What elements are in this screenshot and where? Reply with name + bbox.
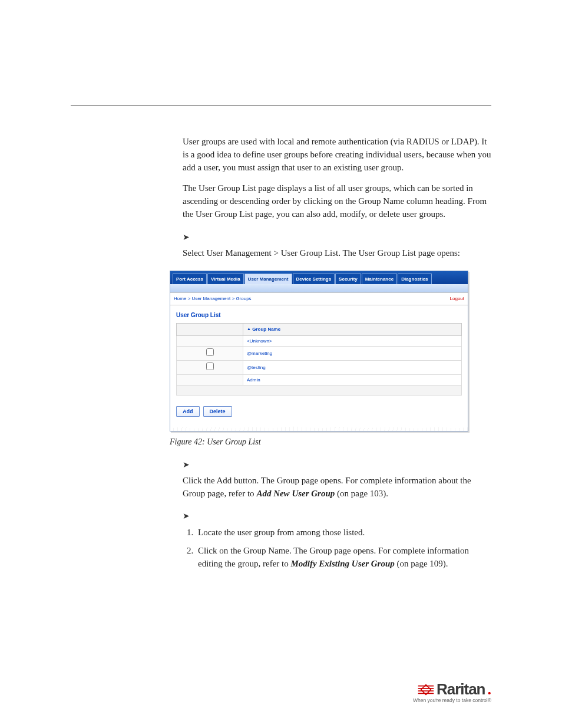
table-row: Admin <box>177 374 462 386</box>
arrow-icon: ➤ <box>183 460 190 469</box>
ss-tab-port-access[interactable]: Port Access <box>173 274 207 285</box>
raritan-logo-icon <box>418 683 434 696</box>
header-rule <box>71 105 491 106</box>
mod2-link-ref: Modify Existing User Group <box>290 559 394 568</box>
ss-cell-checkbox[interactable] <box>177 347 243 361</box>
list-item: Click on the Group Name. The Group page … <box>196 545 491 571</box>
ss-cell-name[interactable]: @testing <box>243 361 462 375</box>
paragraph-select: Select User Management > User Group List… <box>183 247 491 260</box>
paragraph-add: Click the Add button. The Group page ope… <box>183 475 491 500</box>
ss-logout-link[interactable]: Logout <box>450 295 464 302</box>
ss-cell-checkbox[interactable] <box>177 361 243 375</box>
ss-table: ▲ Group Name <Unknown> @marketing <box>176 323 462 396</box>
brand-dot-icon: . <box>488 681 492 699</box>
mod2-post: (on page 109). <box>395 559 448 568</box>
brand-tagline: When you're ready to take control® <box>413 697 491 703</box>
add-button[interactable]: Add <box>176 406 200 417</box>
ss-col-group-name[interactable]: ▲ Group Name <box>243 324 462 336</box>
arrow-icon: ➤ <box>183 512 190 521</box>
arrow-icon: ➤ <box>183 233 190 242</box>
ss-button-row: Add Delete <box>176 406 462 417</box>
table-row: @testing <box>177 361 462 375</box>
ss-checkbox[interactable] <box>206 363 214 370</box>
ss-cell-name[interactable]: Admin <box>243 374 462 386</box>
ss-tab-diagnostics[interactable]: Diagnostics <box>398 274 431 285</box>
table-row: @marketing <box>177 347 462 361</box>
ss-tab-bar: Port Access Virtual Media User Managemen… <box>170 271 468 285</box>
footer-logo: Raritan. When you're ready to take contr… <box>413 680 491 703</box>
ss-cell-name[interactable]: <Unknown> <box>243 335 462 347</box>
procedure-arrow-2: ➤ <box>183 459 491 471</box>
ss-breadcrumb-bar: Home > User Management > Groups Logout <box>170 292 468 305</box>
ss-cell-name[interactable]: @marketing <box>243 347 462 361</box>
brand-row: Raritan. <box>413 680 491 699</box>
ss-col-checkbox <box>177 324 243 336</box>
table-spacer <box>177 386 462 396</box>
paragraph-intro: User groups are used with local and remo… <box>183 136 491 174</box>
sort-asc-icon: ▲ <box>247 327 251 331</box>
paragraph-desc: The User Group List page displays a list… <box>183 182 491 220</box>
figure-screenshot: Port Access Virtual Media User Managemen… <box>170 271 468 432</box>
ss-tab-user-management[interactable]: User Management <box>244 274 292 285</box>
ss-checkbox[interactable] <box>206 348 214 356</box>
ss-panel: User Group List ▲ Group Name <box>170 305 468 417</box>
ss-tab-maintenance[interactable]: Maintenance <box>362 274 397 285</box>
delete-button[interactable]: Delete <box>203 406 232 417</box>
ss-breadcrumb-link[interactable]: Home > User Management > Groups <box>174 296 252 301</box>
ss-tab-virtual-media[interactable]: Virtual Media <box>207 274 244 285</box>
procedure-arrow-3: ➤ <box>183 510 491 522</box>
ss-tab-device-settings[interactable]: Device Settings <box>293 274 335 285</box>
list-item: Locate the user group from among those l… <box>196 526 491 539</box>
figure-caption: Figure 42: User Group List <box>170 436 491 448</box>
body-content: User groups are used with local and remo… <box>183 136 491 571</box>
torn-edge-graphic <box>170 423 468 431</box>
ss-breadcrumb[interactable]: Home > User Management > Groups <box>174 295 252 302</box>
procedure-arrow-1: ➤ <box>183 232 491 243</box>
add-text-post: (on page 103). <box>335 489 388 498</box>
modify-steps-list: Locate the user group from among those l… <box>183 526 491 571</box>
ss-col-group-name-label: Group Name <box>252 327 280 332</box>
ss-cell-checkbox <box>177 335 243 347</box>
table-row: <Unknown> <box>177 335 462 347</box>
ss-tab-security[interactable]: Security <box>335 274 361 285</box>
ss-subbar <box>170 284 468 292</box>
ss-cell-checkbox <box>177 374 243 386</box>
add-link-ref: Add New User Group <box>256 489 335 498</box>
ss-panel-title: User Group List <box>176 311 462 320</box>
brand-name: Raritan <box>437 680 485 699</box>
